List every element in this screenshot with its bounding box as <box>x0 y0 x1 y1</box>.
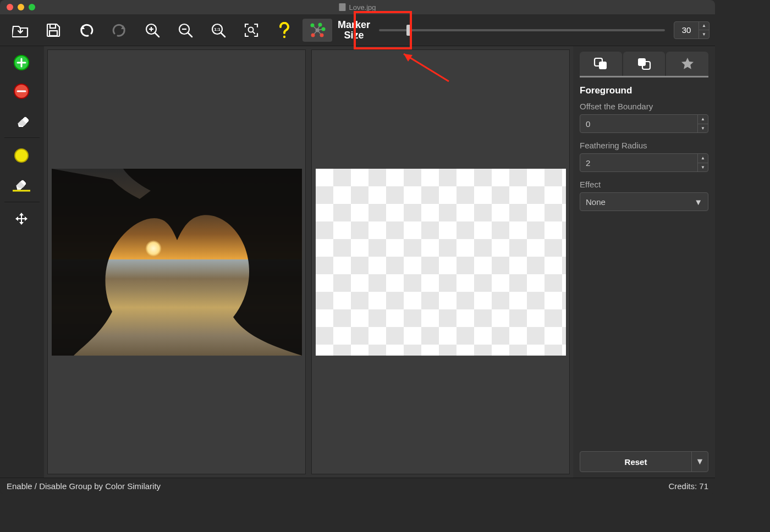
offset-down[interactable]: ▼ <box>698 124 708 133</box>
feather-value: 2 <box>580 154 697 171</box>
left-toolbar <box>0 46 44 478</box>
eraser-yellow-icon <box>10 176 32 192</box>
zoom-out-icon <box>178 23 193 38</box>
svg-rect-36 <box>599 62 607 69</box>
marker-size-slider-wrap <box>373 29 670 31</box>
window-title: Love.jpg <box>339 3 376 12</box>
main-area: Foreground Offset the Boundary 0 ▲ ▼ Fea… <box>0 46 715 478</box>
redo-button[interactable] <box>105 19 134 42</box>
svg-point-22 <box>322 27 326 31</box>
canvas-area <box>44 46 573 478</box>
minimize-window-button[interactable] <box>18 4 24 10</box>
feather-label: Feathering Radius <box>580 141 708 150</box>
window-title-text: Love.jpg <box>349 3 376 12</box>
marker-size-up[interactable]: ▲ <box>699 22 709 31</box>
chevron-down-icon: ▼ <box>694 197 702 207</box>
undo-button[interactable] <box>72 19 101 42</box>
marker-size-value: 30 <box>674 22 698 38</box>
tool-eraser[interactable] <box>4 108 38 132</box>
minus-circle-red-icon <box>13 82 30 100</box>
effect-label: Effect <box>580 180 708 189</box>
effect-select[interactable]: None ▼ <box>580 192 708 211</box>
save-button[interactable] <box>38 19 68 42</box>
marker-size-stepper: ▲ ▼ <box>698 22 709 38</box>
status-bar: Enable / Disable Group by Color Similari… <box>0 478 715 494</box>
source-image <box>52 169 302 356</box>
folder-open-icon <box>12 23 29 37</box>
zoom-1-1-icon: 1:1 <box>211 23 226 38</box>
save-icon <box>46 23 61 38</box>
hands-silhouette <box>52 169 302 356</box>
move-arrows-icon <box>13 212 30 228</box>
offset-input[interactable]: 0 ▲ ▼ <box>580 114 708 133</box>
zoom-fit-button[interactable] <box>237 19 266 42</box>
right-panel: Foreground Offset the Boundary 0 ▲ ▼ Fea… <box>573 46 715 478</box>
maximize-window-button[interactable] <box>29 4 35 10</box>
source-pane[interactable] <box>47 49 306 474</box>
tool-separator-2 <box>4 202 40 202</box>
help-button[interactable] <box>270 19 299 42</box>
marker-size-down[interactable]: ▼ <box>699 30 709 38</box>
tool-move[interactable] <box>4 208 38 232</box>
reset-button[interactable]: Reset ▼ <box>580 451 708 472</box>
help-icon <box>278 22 290 38</box>
tab-favorites[interactable] <box>666 52 708 76</box>
panel-section-title: Foreground <box>580 85 708 96</box>
panel-tabs <box>580 52 708 77</box>
svg-point-14 <box>283 35 285 37</box>
zoom-in-button[interactable] <box>138 19 167 42</box>
tab-foreground[interactable] <box>580 52 622 76</box>
zoom-out-button[interactable] <box>170 19 200 42</box>
status-credits: Credits: 71 <box>668 481 708 491</box>
marker-size-slider[interactable] <box>379 29 665 31</box>
transparency-checker <box>316 169 566 356</box>
file-icon <box>339 3 345 11</box>
feather-up[interactable]: ▲ <box>698 154 708 163</box>
svg-text:1:1: 1:1 <box>214 27 221 32</box>
group-similarity-button[interactable] <box>302 19 332 42</box>
svg-line-3 <box>155 33 159 37</box>
tab-background[interactable] <box>623 52 666 76</box>
svg-point-23 <box>316 28 320 32</box>
tool-highlight-yellow[interactable] <box>4 143 38 168</box>
zoom-in-icon <box>145 23 160 38</box>
svg-line-10 <box>221 33 225 37</box>
background-tab-icon <box>636 57 652 70</box>
zoom-fit-icon <box>244 23 259 38</box>
zoom-actual-button[interactable]: 1:1 <box>204 19 233 42</box>
marker-size-label: Marker Size <box>338 20 370 41</box>
tool-add-foreground[interactable] <box>4 51 38 75</box>
svg-rect-1 <box>50 31 57 36</box>
foreground-tab-icon <box>593 57 608 70</box>
svg-point-21 <box>318 23 322 26</box>
tool-highlight-eraser[interactable] <box>4 172 38 196</box>
network-icon <box>308 22 327 38</box>
svg-line-7 <box>188 33 192 37</box>
marker-size-input[interactable]: 30 ▲ ▼ <box>674 21 710 39</box>
svg-point-24 <box>311 33 315 37</box>
reset-label: Reset <box>580 452 691 472</box>
titlebar: Love.jpg <box>0 0 715 14</box>
open-button[interactable] <box>6 19 35 42</box>
feather-down[interactable]: ▼ <box>698 163 708 172</box>
effect-value: None <box>586 197 606 207</box>
yellow-dot-icon <box>13 147 30 164</box>
redo-icon <box>111 24 128 37</box>
status-left: Enable / Disable Group by Color Similari… <box>7 481 161 491</box>
offset-label: Offset the Boundary <box>580 102 708 111</box>
offset-value: 0 <box>580 115 697 132</box>
tool-remove-background[interactable] <box>4 79 38 103</box>
reset-dropdown[interactable]: ▼ <box>691 452 708 472</box>
close-window-button[interactable] <box>7 4 13 10</box>
svg-point-33 <box>15 149 28 162</box>
window-controls <box>0 4 35 10</box>
star-icon <box>680 57 695 71</box>
result-pane[interactable] <box>311 49 570 474</box>
svg-point-25 <box>320 33 324 37</box>
feather-input[interactable]: 2 ▲ ▼ <box>580 153 708 172</box>
undo-icon <box>78 24 95 37</box>
plus-circle-green-icon <box>13 54 30 71</box>
offset-up[interactable]: ▲ <box>698 115 708 124</box>
toolbar: 1:1 Marker Size <box>0 14 715 46</box>
eraser-icon <box>12 113 31 127</box>
